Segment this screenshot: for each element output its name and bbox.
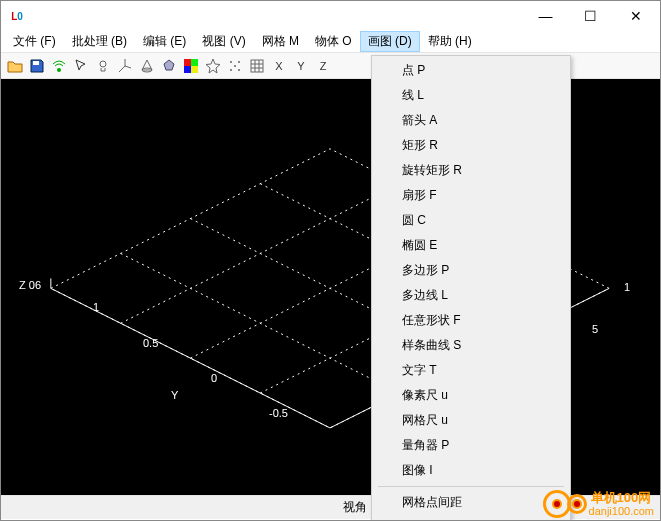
y-tick-n05: -0.5: [269, 407, 288, 419]
dropdown-item-19: 创建组 G: [374, 515, 568, 521]
dropdown-item-2[interactable]: 箭头 A: [374, 108, 568, 133]
dropdown-item-18[interactable]: 网格点间距: [374, 490, 568, 515]
dropdown-item-7[interactable]: 椭圆 E: [374, 233, 568, 258]
menu-separator: [378, 486, 564, 487]
dropdown-item-8[interactable]: 多边形 P: [374, 258, 568, 283]
dropdown-item-label: 任意形状 F: [402, 312, 461, 329]
svg-point-8: [230, 61, 232, 63]
x-axis-icon[interactable]: X: [269, 56, 289, 76]
menu-item-3[interactable]: 视图 (V): [194, 31, 253, 52]
y-axis-icon[interactable]: Y: [291, 56, 311, 76]
dropdown-item-label: 多边形 P: [402, 262, 449, 279]
menu-item-1[interactable]: 批处理 (B): [64, 31, 135, 52]
dropdown-item-13[interactable]: 像素尺 u: [374, 383, 568, 408]
menu-item-2[interactable]: 编辑 (E): [135, 31, 194, 52]
z-axis-icon[interactable]: Z: [313, 56, 333, 76]
dropdown-item-label: 矩形 R: [402, 137, 438, 154]
menubar: 文件 (F)批处理 (B)编辑 (E)视图 (V)网格 M物体 O画图 (D)帮…: [1, 31, 660, 53]
cursor-icon[interactable]: [71, 56, 91, 76]
dropdown-item-15[interactable]: 量角器 P: [374, 433, 568, 458]
dropdown-item-9[interactable]: 多边线 L: [374, 283, 568, 308]
wireless-icon[interactable]: [49, 56, 69, 76]
dropdown-item-14[interactable]: 网格尺 u: [374, 408, 568, 433]
svg-point-1: [57, 68, 61, 72]
svg-point-12: [234, 65, 236, 67]
menu-item-5[interactable]: 物体 O: [307, 31, 360, 52]
axes-icon[interactable]: [115, 56, 135, 76]
star-icon[interactable]: [203, 56, 223, 76]
svg-point-10: [230, 69, 232, 71]
dropdown-item-0[interactable]: 点 P: [374, 58, 568, 83]
x-tick-5: 5: [592, 323, 598, 335]
svg-point-11: [238, 69, 240, 71]
dropdown-item-label: 旋转矩形 R: [402, 162, 462, 179]
svg-point-9: [238, 61, 240, 63]
close-button[interactable]: ✕: [613, 1, 658, 31]
dropdown-item-label: 网格点间距: [402, 494, 462, 511]
y-axis-label: Y: [171, 389, 178, 401]
x-tick-1: 1: [624, 281, 630, 293]
svg-rect-6: [184, 66, 191, 73]
svg-rect-7: [191, 66, 198, 73]
svg-rect-4: [184, 59, 191, 66]
dropdown-item-3[interactable]: 矩形 R: [374, 133, 568, 158]
menu-item-7[interactable]: 帮助 (H): [420, 31, 480, 52]
svg-rect-0: [33, 61, 39, 65]
dropdown-item-label: 线 L: [402, 87, 424, 104]
cone-icon[interactable]: [137, 56, 157, 76]
dropdown-item-label: 点 P: [402, 62, 425, 79]
menu-item-6[interactable]: 画图 (D): [360, 31, 420, 52]
dropdown-item-label: 圆 C: [402, 212, 426, 229]
dropdown-item-4[interactable]: 旋转矩形 R: [374, 158, 568, 183]
dropdown-item-5[interactable]: 扇形 F: [374, 183, 568, 208]
colors-icon[interactable]: [181, 56, 201, 76]
dropdown-item-1[interactable]: 线 L: [374, 83, 568, 108]
dropdown-item-label: 箭头 A: [402, 112, 437, 129]
dropdown-item-label: 多边线 L: [402, 287, 448, 304]
save-icon[interactable]: [27, 56, 47, 76]
status-view-angle: 视角: [335, 496, 376, 519]
watermark-url: danji100.com: [589, 505, 654, 517]
grid-icon[interactable]: [247, 56, 267, 76]
watermark-name: 单机100网: [591, 491, 654, 505]
dropdown-item-label: 量角器 P: [402, 437, 449, 454]
watermark: 单机100网 danji100.com: [543, 490, 654, 518]
titlebar: L0 — ☐ ✕: [1, 1, 660, 31]
light-icon[interactable]: [93, 56, 113, 76]
minimize-button[interactable]: —: [523, 1, 568, 31]
y-tick-1: 1: [93, 301, 99, 313]
watermark-logo-icon-small: [567, 494, 587, 514]
menu-item-4[interactable]: 网格 M: [254, 31, 307, 52]
draw-menu-dropdown: 点 P线 L箭头 A矩形 R旋转矩形 R扇形 F圆 C椭圆 E多边形 P多边线 …: [371, 55, 571, 521]
dropdown-item-6[interactable]: 圆 C: [374, 208, 568, 233]
maximize-button[interactable]: ☐: [568, 1, 613, 31]
shape-icon[interactable]: [159, 56, 179, 76]
dropdown-item-label: 椭圆 E: [402, 237, 437, 254]
z-axis-label: Z 06: [19, 279, 41, 291]
svg-rect-13: [251, 60, 263, 72]
y-tick-05: 0.5: [143, 337, 158, 349]
dropdown-item-label: 样条曲线 S: [402, 337, 461, 354]
dropdown-item-label: 文字 T: [402, 362, 437, 379]
dropdown-item-11[interactable]: 样条曲线 S: [374, 333, 568, 358]
dropdown-item-label: 扇形 F: [402, 187, 437, 204]
dropdown-item-label: 图像 I: [402, 462, 433, 479]
dropdown-item-label: 网格尺 u: [402, 412, 448, 429]
open-icon[interactable]: [5, 56, 25, 76]
dropdown-item-16[interactable]: 图像 I: [374, 458, 568, 483]
y-tick-0: 0: [211, 372, 217, 384]
app-icon: L0: [9, 8, 25, 24]
svg-point-2: [100, 61, 106, 67]
dropdown-item-12[interactable]: 文字 T: [374, 358, 568, 383]
dots-icon[interactable]: [225, 56, 245, 76]
dropdown-item-label: 像素尺 u: [402, 387, 448, 404]
dropdown-item-10[interactable]: 任意形状 F: [374, 308, 568, 333]
menu-item-0[interactable]: 文件 (F): [5, 31, 64, 52]
svg-rect-5: [191, 59, 198, 66]
